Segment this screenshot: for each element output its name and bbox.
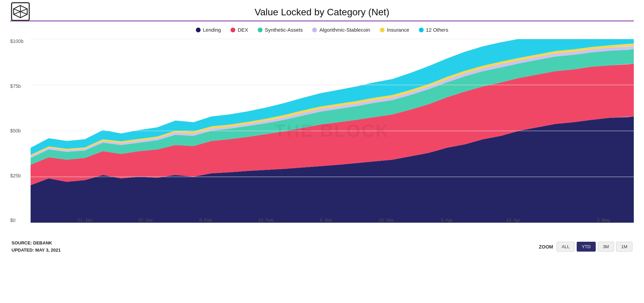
x-axis-label: 3. May — [597, 218, 610, 223]
x-axis-label: 5. Apr — [441, 218, 453, 223]
header-row: Value Locked by Category (Net) — [10, 7, 634, 18]
footer: SOURCE: DEBANK UPDATED: MAY 3, 2021 ZOOM… — [10, 240, 634, 254]
y-axis-label: $0 — [10, 218, 16, 223]
legend-label: 12 Others — [426, 27, 448, 33]
x-axis-label: 8. Mar — [320, 218, 333, 223]
legend-label: Insurance — [387, 27, 409, 33]
legend-dot — [196, 28, 201, 32]
chart-inner: THE BLOCK 11. Jan25. Jan8. Feb22. Feb8. … — [31, 39, 634, 223]
chart-container: Value Locked by Category (Net) LendingDE… — [0, 0, 644, 303]
zoom-button-ytd[interactable]: YTD — [577, 242, 596, 252]
legend-dot — [312, 28, 317, 32]
x-axis: 11. Jan25. Jan8. Feb22. Feb8. Mar22. Mar… — [31, 212, 634, 223]
source-info: SOURCE: DEBANK UPDATED: MAY 3, 2021 — [12, 240, 61, 254]
zoom-button-1m[interactable]: 1M — [616, 242, 632, 252]
chart-area: $100b$75b$50b$25b$0 THE BLOCK — [10, 39, 634, 236]
zoom-controls: ZOOM ALLYTD3M1M — [539, 242, 632, 252]
legend-item-algorithmic-stablecoin: Algorithmic-Stablecoin — [312, 27, 370, 33]
y-axis: $100b$75b$50b$25b$0 — [10, 39, 31, 223]
x-axis-label: 11. Jan — [78, 218, 92, 223]
chart-title: Value Locked by Category (Net) — [255, 7, 389, 18]
purple-divider — [10, 20, 634, 21]
y-axis-label: $100b — [10, 39, 23, 44]
zoom-button-3m[interactable]: 3M — [598, 242, 614, 252]
legend-item-synthetic-assets: Synthetic-Assets — [258, 27, 303, 33]
legend-label: Algorithmic-Stablecoin — [319, 27, 370, 33]
zoom-buttons: ALLYTD3M1M — [557, 242, 632, 252]
legend-dot — [380, 28, 385, 32]
legend: LendingDEXSynthetic-AssetsAlgorithmic-St… — [10, 27, 634, 33]
updated-text: UPDATED: MAY 3, 2021 — [12, 247, 61, 254]
grid-lines — [31, 39, 634, 223]
legend-item-dex: DEX — [231, 27, 248, 33]
legend-dot — [258, 28, 262, 32]
legend-dot — [231, 28, 235, 32]
zoom-label: ZOOM — [539, 244, 553, 250]
x-axis-label: 19. Apr — [506, 218, 520, 223]
legend-item-lending: Lending — [196, 27, 221, 33]
legend-label: DEX — [238, 27, 248, 33]
legend-dot — [419, 28, 424, 32]
y-axis-label: $75b — [10, 84, 21, 89]
y-axis-label: $25b — [10, 173, 21, 178]
x-axis-label: 22. Feb — [258, 218, 273, 223]
zoom-button-all[interactable]: ALL — [557, 242, 575, 252]
legend-label: Synthetic-Assets — [265, 27, 303, 33]
y-axis-label: $50b — [10, 128, 21, 133]
logo — [10, 1, 31, 23]
x-axis-label: 22. Mar — [379, 218, 394, 223]
source-text: SOURCE: DEBANK — [12, 240, 61, 247]
legend-item-insurance: Insurance — [380, 27, 409, 33]
legend-label: Lending — [203, 27, 221, 33]
x-axis-label: 8. Feb — [199, 218, 212, 223]
x-axis-label: 25. Jan — [138, 218, 153, 223]
legend-item-12-others: 12 Others — [419, 27, 448, 33]
